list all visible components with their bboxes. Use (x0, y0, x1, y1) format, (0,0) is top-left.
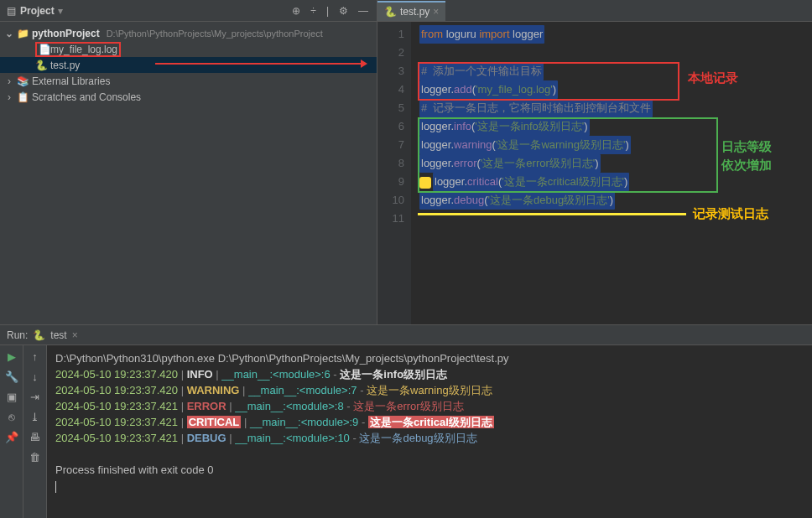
project-root-name: pythonProject (32, 28, 100, 39)
run-config-name: test (50, 329, 66, 341)
scratches-consoles[interactable]: › 📋 Scratches and Consoles (0, 89, 377, 105)
editor-panel: 🐍 test.py × 1234567891011 from loguru im… (377, 0, 812, 324)
down-icon[interactable]: ↓ (28, 369, 43, 384)
lightbulb-icon[interactable] (419, 177, 431, 189)
code-editor[interactable]: 1234567891011 from loguru import logger#… (377, 22, 812, 324)
target-icon[interactable]: ⊕ (289, 3, 304, 18)
run-tools-primary: ▶ 🔧 ▣ ⎋ 📌 (0, 345, 23, 518)
external-libs-label: External Libraries (32, 75, 110, 87)
run-icon[interactable]: ▶ (4, 349, 19, 364)
python-file-icon: 🐍 (384, 6, 397, 18)
chevron-down-icon[interactable]: ⌄ (5, 28, 13, 39)
separator-icon: | (323, 3, 332, 18)
trash-icon[interactable]: 🗑 (28, 449, 43, 464)
chevron-right-icon[interactable]: › (5, 75, 13, 87)
print-icon[interactable]: 🖶 (28, 429, 43, 444)
python-icon: 🐍 (33, 329, 45, 341)
scroll-icon[interactable]: ⤓ (28, 409, 43, 424)
file-log-name: my_file_log.log (50, 44, 117, 55)
up-icon[interactable]: ↑ (28, 349, 43, 364)
run-panel-header: Run: 🐍 test × (0, 325, 812, 345)
scratch-icon: 📋 (17, 91, 29, 103)
divide-icon[interactable]: ÷ (307, 3, 320, 18)
project-root-path: D:\Python\PythonProjects\My_projects\pyt… (107, 28, 323, 39)
project-panel-header: ▤ Project ▾ ⊕ ÷ | ⚙ — (0, 0, 377, 22)
close-icon[interactable]: × (72, 329, 78, 341)
project-tree: ⌄ 📁 pythonProject D:\Python\PythonProjec… (0, 22, 377, 108)
project-root[interactable]: ⌄ 📁 pythonProject D:\Python\PythonProjec… (0, 25, 377, 41)
file-row-log[interactable]: 📄 my_file_log.log (0, 41, 377, 57)
chevron-right-icon[interactable]: › (5, 91, 13, 103)
library-icon: 📚 (17, 75, 29, 87)
python-file-icon: 🐍 (35, 60, 47, 71)
dropdown-icon[interactable]: ▾ (58, 5, 63, 17)
scratches-label: Scratches and Consoles (32, 91, 141, 103)
project-icon: ▤ (5, 5, 17, 17)
editor-tabs: 🐍 test.py × (377, 0, 812, 22)
wrap-icon[interactable]: ⇥ (28, 389, 43, 404)
editor-tab-testpy[interactable]: 🐍 test.py × (377, 1, 445, 21)
run-tools-secondary: ↑ ↓ ⇥ ⤓ 🖶 🗑 (23, 345, 47, 518)
tab-label: test.py (400, 6, 429, 18)
stop-icon[interactable]: ▣ (4, 389, 19, 404)
exit-icon[interactable]: ⎋ (4, 409, 19, 424)
file-testpy-name: test.py (50, 60, 80, 71)
file-icon: 📄 (39, 44, 50, 55)
external-libraries[interactable]: › 📚 External Libraries (0, 73, 377, 89)
pin-icon[interactable]: 📌 (4, 429, 19, 444)
project-panel: ▤ Project ▾ ⊕ ÷ | ⚙ — ⌄ 📁 pythonProject … (0, 0, 377, 324)
close-icon[interactable]: × (433, 6, 439, 18)
hide-icon[interactable]: — (355, 3, 372, 18)
file-row-testpy[interactable]: 🐍 test.py (0, 57, 377, 73)
project-title: Project (20, 5, 55, 17)
file-log-highlight: 📄 my_file_log.log (35, 42, 121, 57)
line-gutter: 1234567891011 (377, 22, 411, 324)
code-area[interactable]: from loguru import logger# 添加一个文件输出目标log… (411, 22, 812, 324)
run-label: Run: (7, 329, 28, 341)
console-output[interactable]: D:\Python\Python310\python.exe D:\Python… (47, 345, 812, 518)
folder-icon: 📁 (17, 28, 29, 39)
wrench-icon[interactable]: 🔧 (4, 369, 19, 384)
gear-icon[interactable]: ⚙ (336, 3, 351, 18)
run-panel: ▶ 🔧 ▣ ⎋ 📌 ↑ ↓ ⇥ ⤓ 🖶 🗑 D:\Python\Python31… (0, 325, 812, 518)
